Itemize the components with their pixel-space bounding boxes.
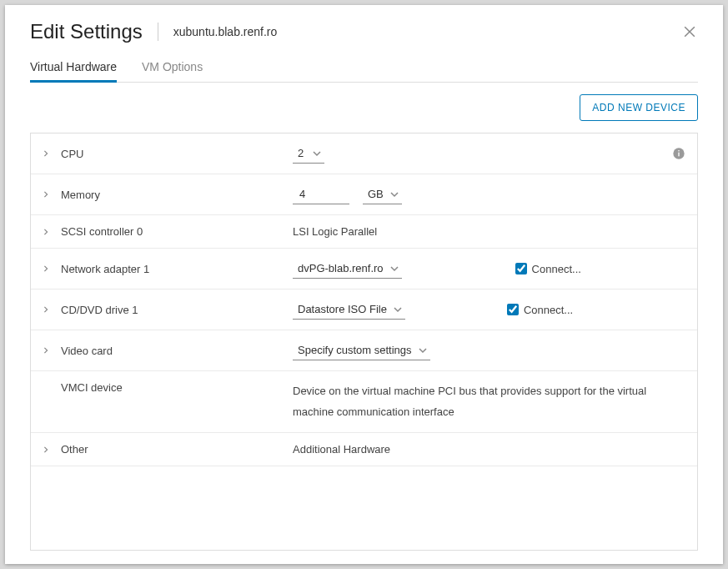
add-new-device-button[interactable]: ADD NEW DEVICE xyxy=(580,94,698,121)
edit-settings-dialog: Edit Settings xubuntu.blab.renf.ro Virtu… xyxy=(5,5,723,564)
chevron-right-icon[interactable] xyxy=(43,306,54,313)
tab-vm-options[interactable]: VM Options xyxy=(142,55,203,82)
row-video: Video card Specify custom settings xyxy=(31,330,697,371)
row-cpu: CPU 2 xyxy=(31,133,697,174)
cd-label: CD/DVD drive 1 xyxy=(61,304,138,316)
chevron-right-icon[interactable] xyxy=(43,347,54,354)
video-select[interactable]: Specify custom settings xyxy=(293,340,430,360)
tabs: Virtual Hardware VM Options xyxy=(30,55,698,83)
chevron-right-icon[interactable] xyxy=(43,150,54,157)
svg-rect-4 xyxy=(678,150,679,151)
vmci-description: Device on the virtual machine PCI bus th… xyxy=(293,381,685,422)
chevron-right-icon[interactable] xyxy=(43,191,54,198)
cd-connect-checkbox[interactable] xyxy=(507,304,519,315)
cd-connect-label: Connect... xyxy=(524,304,573,316)
tab-virtual-hardware[interactable]: Virtual Hardware xyxy=(30,55,117,82)
network-select[interactable]: dvPG-blab.renf.ro xyxy=(293,259,402,279)
dialog-title: Edit Settings xyxy=(30,20,143,43)
memory-input[interactable] xyxy=(293,184,349,204)
row-memory: Memory GB xyxy=(31,174,697,215)
chevron-right-icon[interactable] xyxy=(43,446,54,453)
row-scsi: SCSI controller 0 LSI Logic Parallel xyxy=(31,215,697,249)
chevron-right-icon[interactable] xyxy=(43,265,54,272)
chevron-right-icon[interactable] xyxy=(43,229,54,235)
cpu-select[interactable]: 2 xyxy=(293,144,324,164)
network-connect-label: Connect... xyxy=(532,263,581,275)
network-connect-checkbox[interactable] xyxy=(515,263,527,274)
title-divider xyxy=(158,23,158,41)
cd-select[interactable]: Datastore ISO File xyxy=(293,300,405,320)
memory-unit-select[interactable]: GB xyxy=(363,184,402,204)
close-icon[interactable] xyxy=(681,23,698,40)
add-device-row: ADD NEW DEVICE xyxy=(30,83,698,133)
vm-name: xubuntu.blab.renf.ro xyxy=(173,25,278,38)
blank-area xyxy=(31,466,697,550)
scsi-label: SCSI controller 0 xyxy=(61,225,143,238)
row-vmci: VMCI device Device on the virtual machin… xyxy=(31,371,697,433)
row-other: Other Additional Hardware xyxy=(31,433,697,466)
svg-rect-3 xyxy=(678,153,679,157)
info-icon[interactable] xyxy=(672,147,685,160)
vmci-label: VMCI device xyxy=(61,381,123,394)
dialog-footer: CANCEL OK xyxy=(30,551,698,569)
row-network: Network adapter 1 dvPG-blab.renf.ro Conn… xyxy=(31,249,697,290)
scsi-value: LSI Logic Parallel xyxy=(293,225,377,238)
other-label: Other xyxy=(61,443,88,456)
network-label: Network adapter 1 xyxy=(61,263,149,275)
video-label: Video card xyxy=(61,345,113,357)
other-value: Additional Hardware xyxy=(293,443,390,456)
row-cd: CD/DVD drive 1 Datastore ISO File Connec… xyxy=(31,290,697,330)
memory-label: Memory xyxy=(61,189,100,201)
dialog-header: Edit Settings xubuntu.blab.renf.ro xyxy=(30,5,698,55)
cpu-label: CPU xyxy=(61,148,83,160)
hardware-grid: CPU 2 Memory GB xyxy=(30,133,698,551)
